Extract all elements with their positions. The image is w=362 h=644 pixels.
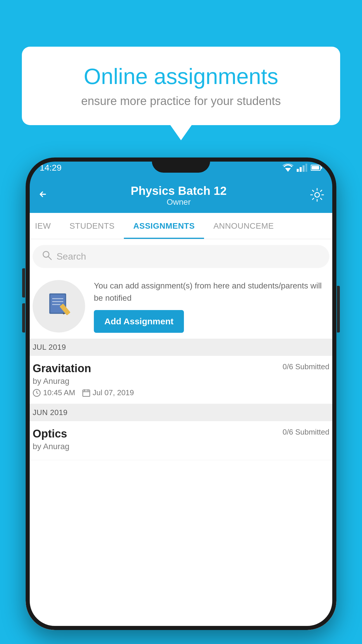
svg-rect-1 — [297, 169, 299, 172]
assignment-by-optics: by Anurag — [33, 442, 329, 451]
assignment-submitted-gravitation: 0/6 Submitted — [283, 362, 329, 371]
status-time: 14:29 — [40, 163, 61, 173]
tab-students[interactable]: STUDENTS — [60, 213, 124, 239]
status-icons — [283, 164, 322, 172]
tabs-bar: IEW STUDENTS ASSIGNMENTS ANNOUNCEME — [26, 213, 336, 239]
promo-right: You can add assignment(s) from here and … — [94, 280, 329, 333]
assignment-by-gravitation: by Anurag — [33, 377, 329, 386]
signal-icon — [297, 164, 307, 172]
assignment-time: 10:45 AM — [33, 388, 75, 397]
power-button[interactable] — [337, 286, 340, 332]
speech-bubble-card: Online assignments ensure more practice … — [22, 47, 340, 125]
assignment-item-optics[interactable]: Optics 0/6 Submitted by Anurag — [26, 421, 336, 460]
speech-bubble-title: Online assignments — [45, 64, 317, 89]
svg-rect-3 — [303, 165, 305, 172]
screen-content: Search — [26, 239, 336, 630]
clock-icon — [33, 389, 41, 397]
app-header: Physics Batch 12 Owner — [26, 178, 336, 213]
assignment-title-optics: Optics — [33, 428, 67, 440]
promo-icon-circle — [33, 280, 85, 332]
back-button[interactable] — [37, 189, 48, 202]
assignment-date-value: Jul 07, 2019 — [93, 388, 134, 397]
tab-overview[interactable]: IEW — [26, 213, 60, 239]
tab-assignments[interactable]: ASSIGNMENTS — [124, 213, 204, 239]
phone-notch — [152, 158, 210, 173]
add-assignment-button[interactable]: Add Assignment — [94, 310, 184, 333]
promo-description: You can add assignment(s) from here and … — [94, 280, 329, 304]
volume-up-button[interactable] — [22, 268, 25, 298]
search-bar[interactable]: Search — [33, 245, 329, 268]
assignment-title-gravitation: Gravitation — [33, 362, 91, 375]
svg-rect-6 — [321, 167, 322, 169]
svg-rect-2 — [300, 167, 302, 172]
svg-point-8 — [315, 192, 319, 197]
svg-rect-7 — [312, 166, 319, 169]
assignment-date: Jul 07, 2019 — [82, 388, 134, 397]
section-header-jul: JUL 2019 — [26, 339, 336, 356]
assignment-submitted-optics: 0/6 Submitted — [283, 428, 329, 437]
assignment-time-value: 10:45 AM — [43, 388, 75, 397]
header-title: Physics Batch 12 — [131, 184, 226, 197]
calendar-icon — [82, 389, 90, 397]
svg-line-10 — [48, 257, 51, 260]
svg-marker-0 — [285, 168, 291, 172]
assignment-icon — [46, 290, 72, 322]
assignment-item-gravitation[interactable]: Gravitation 0/6 Submitted by Anurag 10:4… — [26, 356, 336, 404]
search-placeholder: Search — [57, 251, 86, 262]
header-center: Physics Batch 12 Owner — [131, 184, 226, 207]
wifi-icon — [283, 164, 293, 172]
assignment-meta-gravitation: 10:45 AM Jul 07, 2019 — [33, 388, 329, 397]
header-subtitle: Owner — [131, 197, 226, 207]
svg-rect-19 — [83, 390, 90, 396]
svg-rect-4 — [305, 164, 307, 172]
tab-announcements[interactable]: ANNOUNCEME — [204, 213, 283, 239]
speech-bubble: Online assignments ensure more practice … — [22, 47, 340, 125]
battery-icon — [311, 164, 322, 171]
promo-card: You can add assignment(s) from here and … — [26, 274, 336, 339]
volume-down-button[interactable] — [22, 303, 25, 332]
search-icon — [42, 250, 52, 263]
section-header-jun: JUN 2019 — [26, 404, 336, 421]
settings-button[interactable] — [310, 187, 325, 204]
phone-frame: 14:29 — [26, 158, 336, 630]
speech-bubble-subtitle: ensure more practice for your students — [45, 94, 317, 108]
